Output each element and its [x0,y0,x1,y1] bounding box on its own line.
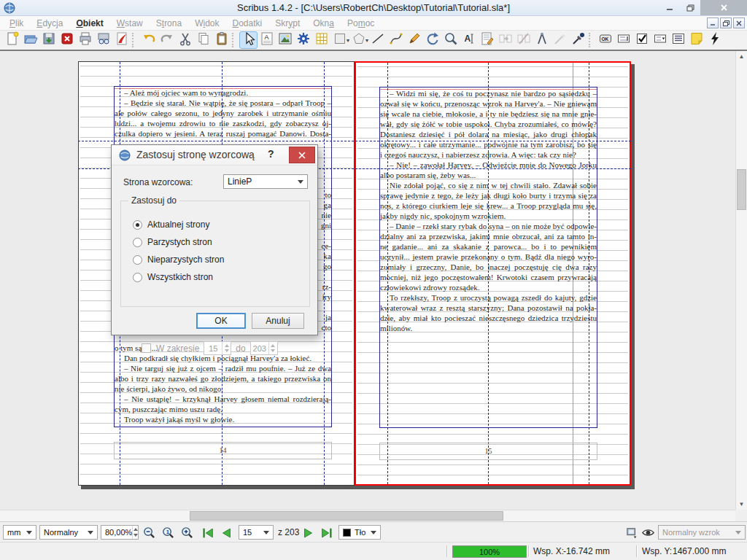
paste-button[interactable] [212,31,231,49]
insert-bezier-button[interactable] [387,31,405,49]
copy-button[interactable] [194,31,212,49]
window-titlebar[interactable]: Scribus 1.4.2 - [C:\Users\RobertCh\Deskt… [0,0,747,16]
cancel-button[interactable]: Anuluj [252,313,304,329]
insert-line-button[interactable] [368,31,387,49]
page-15-current[interactable]: – Widzi mi się, że coś tu poczynasz nie … [355,61,631,486]
radio-selected-icon[interactable] [133,220,142,230]
redo-button[interactable] [158,31,176,49]
undo-button[interactable] [139,31,158,49]
edit-contents-button[interactable]: A [460,31,478,49]
radio-option-3[interactable]: Nieparzystych stron [133,254,224,265]
coord-x-label: Wsp. X: [533,546,564,556]
last-page-icon[interactable] [319,526,335,540]
menu-item-pomoc[interactable]: Pomoc [341,17,381,30]
dialog-help-button[interactable]: ? [268,148,274,160]
radio-option-1[interactable]: Aktualnej strony [133,219,209,230]
horizontal-scroll-thumb[interactable] [190,511,503,521]
menu-item-plik[interactable]: Plik [3,17,30,30]
insert-table-button[interactable] [312,31,330,49]
zoom-in-icon[interactable] [179,526,195,540]
pdf-link-annotation-button[interactable] [705,31,724,49]
preview-mode-eye-icon[interactable] [640,526,656,540]
menu-item-strona[interactable]: Strona [150,17,188,30]
vertical-scroll-thumb[interactable] [737,169,746,210]
radio-icon[interactable] [133,238,142,247]
image-quality-select[interactable]: Normalny [39,525,98,540]
dialog-titlebar[interactable]: Zastosuj stronę wzorcową ? [112,145,317,166]
menu-item-dodatki[interactable]: Dodatki [226,17,269,30]
zoom-button[interactable] [441,31,460,49]
menu-item-obiekt[interactable]: Obiekt [69,17,109,30]
vertical-scrollbar[interactable]: ▲ ▼ [735,51,747,510]
unit-select[interactable]: mm [3,525,36,540]
master-page-select[interactable]: LinieP [223,174,308,189]
cut-button[interactable] [176,31,194,49]
export-pdf-button[interactable] [112,31,131,49]
pdf-text-annotation-button[interactable] [687,31,705,49]
pdf-push-button-button[interactable]: OK [596,31,614,49]
mdi-close-button[interactable] [733,18,745,28]
range-checkbox[interactable] [142,343,151,353]
page-number-frame[interactable]: 14 [114,442,332,459]
preview-quality-icon[interactable] [624,526,640,540]
horizontal-scrollbar[interactable] [0,510,735,521]
print-document-button[interactable] [76,31,94,49]
text-line: ale połów całego sezonu, to jedyny zarob… [115,108,331,118]
pdf-checkbox-button[interactable] [632,31,651,49]
close-button[interactable] [700,0,747,15]
minimize-button[interactable] [661,0,678,15]
save-document-button[interactable] [39,31,58,49]
close-document-button[interactable] [58,31,76,49]
previous-page-icon[interactable] [218,526,234,540]
scroll-down-icon[interactable]: ▼ [736,499,747,510]
radio-option-4[interactable]: Wszystkich stron [133,271,213,283]
open-document-button[interactable] [21,31,39,49]
first-page-icon[interactable] [200,526,216,540]
page-number-select[interactable]: 15 [239,525,274,540]
zoom-out-icon[interactable] [141,526,157,540]
insert-render-frame-button[interactable] [294,31,312,49]
menu-item-edycja[interactable]: Edycja [30,17,69,30]
eye-dropper-button[interactable] [569,31,587,49]
insert-image-frame-button[interactable] [276,31,294,49]
pdf-list-box-button[interactable] [669,31,687,49]
maximize-button[interactable] [681,0,699,15]
select-item-button[interactable] [239,31,258,49]
spinner-arrows[interactable] [268,342,277,354]
preflight-verifier-button[interactable] [94,31,112,49]
zoom-100-icon[interactable]: 1 [160,526,176,540]
menu-item-okna[interactable]: Okna [306,17,341,30]
new-document-button[interactable] [3,31,21,49]
insert-bezier-icon [389,31,403,49]
edit-story-button[interactable] [478,31,496,49]
menu-item-skrypt[interactable]: Skrypt [268,17,306,30]
zoom-level-spinner[interactable]: 80,00% [101,525,139,540]
document-canvas[interactable]: – Ależ mój ojciec wam to wynagrodzi.– Bę… [0,51,747,521]
insert-freehand-button[interactable] [405,31,423,49]
mdi-minimize-button[interactable] [707,18,719,28]
radio-option-2[interactable]: Parzystych stron [133,236,212,248]
mdi-restore-button[interactable] [720,18,732,28]
layer-select[interactable]: Tło [338,525,381,540]
range-to-spinner[interactable]: 203 [250,341,278,355]
vision-defect-select[interactable]: Normalny wzrok [658,525,746,540]
ok-button[interactable]: OK [196,313,246,329]
measurements-button[interactable] [533,31,551,49]
radio-icon[interactable] [133,273,142,282]
menu-item-wstaw[interactable]: Wstaw [110,17,150,30]
next-page-icon[interactable] [301,526,317,540]
dialog-close-button[interactable] [289,147,315,163]
pdf-combo-box-button[interactable] [651,31,669,49]
range-from-spinner[interactable]: 15 [204,341,231,355]
spinner-arrows[interactable] [222,342,231,354]
undo-icon [142,31,156,49]
spinner-arrows[interactable] [132,526,138,539]
scroll-up-icon[interactable]: ▲ [736,51,747,62]
rotate-item-button[interactable] [423,31,441,49]
page-number-frame[interactable]: 15 [379,443,597,460]
insert-text-frame-button[interactable]: A [258,31,276,49]
pdf-text-field-button[interactable] [614,31,632,49]
radio-icon[interactable] [133,255,142,265]
measurements-icon [535,31,549,49]
menu-item-widok[interactable]: Widok [188,17,225,30]
